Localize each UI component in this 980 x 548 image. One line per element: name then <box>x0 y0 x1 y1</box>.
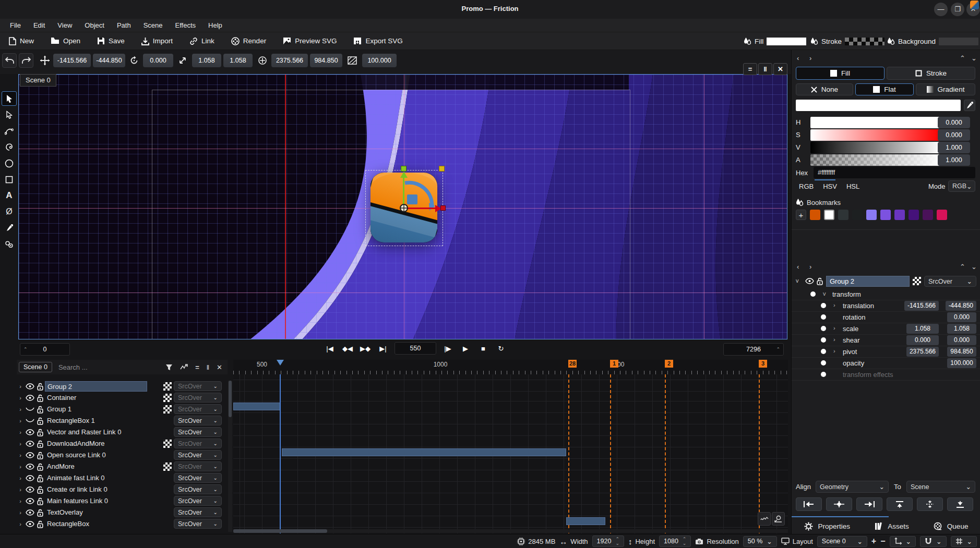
expand-chevron-icon[interactable]: › <box>17 383 24 389</box>
blend-mode-dropdown[interactable]: SrcOver⌄ <box>174 416 222 425</box>
align-hcenter-button[interactable] <box>826 497 852 511</box>
paint-flat-button[interactable]: Flat <box>855 83 914 95</box>
tab-rgb[interactable]: RGB <box>799 182 814 190</box>
graph-icon[interactable] <box>180 364 188 371</box>
bookmark-color-5[interactable] <box>866 210 877 220</box>
toolbar-button-preview-svg[interactable]: Preview SVG <box>278 34 342 47</box>
layer-name[interactable]: RectangleBox <box>45 519 147 529</box>
tool-text[interactable]: A <box>2 188 17 203</box>
toolbar-button-export-svg[interactable]: Export SVG <box>348 34 408 47</box>
toolbar-button-open[interactable]: Open <box>45 34 86 47</box>
keyframe-dot[interactable] <box>810 291 816 297</box>
blend-mode-dropdown[interactable]: SrcOver⌄ <box>924 276 976 287</box>
layer-name[interactable]: Animate fast Link 0 <box>45 473 147 483</box>
resolution-dropdown[interactable]: 50 %⌄ <box>743 536 777 547</box>
duration-bar[interactable] <box>233 403 280 410</box>
property-label[interactable]: translation <box>843 302 874 310</box>
add-bookmark-button[interactable]: + <box>796 210 806 220</box>
timeline-ruler[interactable]: 5001000150028123 <box>233 360 788 374</box>
filter-icon[interactable] <box>165 364 173 371</box>
remove-layout-button[interactable]: − <box>880 537 885 546</box>
keyframe-dot[interactable] <box>821 303 826 308</box>
menu-icon[interactable]: = <box>195 363 199 371</box>
stroke-indicator-swatch[interactable] <box>845 38 885 45</box>
toolbar-button-link[interactable]: Link <box>184 34 220 48</box>
expand-chevron-icon[interactable]: › <box>17 429 24 435</box>
property-label[interactable]: opacity <box>843 359 864 367</box>
layer-name[interactable]: TextOverlay <box>45 507 147 518</box>
expand-chevron-icon[interactable]: › <box>17 521 24 527</box>
bookmark-color-10[interactable] <box>937 210 947 220</box>
bookmark-color-4[interactable] <box>852 210 863 220</box>
blend-mode-dropdown[interactable]: SrcOver⌄ <box>174 519 222 529</box>
scale-handle-top[interactable] <box>401 166 407 172</box>
hex-input[interactable]: #ffffffff <box>814 167 975 178</box>
scale-y-field[interactable]: 1.058 <box>223 54 253 67</box>
blend-mode-dropdown[interactable]: SrcOver⌄ <box>174 404 222 414</box>
value-y[interactable]: 984.850 <box>947 347 976 357</box>
zoom-field[interactable]: 100.000 <box>362 54 397 67</box>
minimize-button[interactable]: — <box>934 3 948 16</box>
value-y[interactable]: 0.000 <box>947 335 976 345</box>
expand-chevron-icon[interactable]: › <box>17 509 24 516</box>
scale-x-field[interactable]: 1.058 <box>192 54 221 67</box>
expand-chevron-icon[interactable]: › <box>833 336 835 343</box>
value-x[interactable]: 2375.566 <box>906 347 939 357</box>
slider-value[interactable]: 1.000 <box>938 142 970 153</box>
layer-name[interactable]: DownloadAndMore <box>45 439 147 449</box>
slider-value[interactable]: 0.000 <box>938 117 970 128</box>
stop-button[interactable]: ■ <box>477 345 489 352</box>
lock-icon[interactable] <box>35 394 45 402</box>
lock-icon[interactable] <box>35 463 45 471</box>
track-grid[interactable] <box>233 374 788 533</box>
keyframe-dot[interactable] <box>821 314 826 320</box>
bookmark-color-3[interactable] <box>838 210 848 220</box>
next-keyframe-button[interactable]: ▶◆ <box>359 345 372 352</box>
menu-effects[interactable]: Effects <box>170 20 202 31</box>
menu-edit[interactable]: Edit <box>28 20 51 31</box>
layer-name[interactable]: Create or link Link 0 <box>45 484 147 495</box>
toolbar-button-render[interactable]: Render <box>226 34 271 48</box>
panel-tab-properties[interactable]: Properties <box>804 522 851 531</box>
property-label[interactable]: scale <box>843 325 858 333</box>
layer-name[interactable]: Group 1 <box>45 404 147 415</box>
canvas-scene-tab[interactable]: Scene 0 <box>20 74 56 87</box>
tree-forward-icon[interactable]: › <box>809 263 811 271</box>
canvas-menu-button[interactable]: = <box>743 63 757 75</box>
tool-null[interactable]: Ø <box>2 204 17 219</box>
value-y[interactable]: 1.058 <box>947 324 976 334</box>
slider-track[interactable] <box>810 129 941 141</box>
timeline-marker[interactable]: 3 <box>759 360 767 368</box>
keyframe-dot[interactable] <box>821 326 826 331</box>
timeline-marker[interactable]: 1 <box>610 360 618 368</box>
keyframe-dot[interactable] <box>821 372 826 377</box>
eye-open-icon[interactable] <box>24 395 35 401</box>
expand-chevron-icon[interactable]: › <box>17 395 24 401</box>
menu-path[interactable]: Path <box>111 20 137 31</box>
slider-track[interactable] <box>810 117 941 128</box>
blend-mode-dropdown[interactable]: SrcOver⌄ <box>174 484 222 494</box>
play-from-start-button[interactable]: |▶ <box>441 345 454 352</box>
tool-circle[interactable] <box>2 156 17 171</box>
search-input[interactable]: Search ... <box>58 363 88 371</box>
align-right-button[interactable] <box>856 497 882 511</box>
align-vcenter-button[interactable] <box>917 497 943 511</box>
expand-chevron-icon[interactable]: v <box>823 290 826 297</box>
prev-keyframe-button[interactable]: ◆◀ <box>341 345 354 352</box>
lock-icon[interactable] <box>35 406 45 413</box>
align-mode-dropdown[interactable]: Geometry⌄ <box>816 481 889 493</box>
add-layout-button[interactable]: + <box>871 537 876 546</box>
align-to-dropdown[interactable]: Scene⌄ <box>906 481 975 493</box>
pivot-x-field[interactable]: 2375.566 <box>271 54 308 67</box>
grid-dropdown[interactable]: ⌄ <box>951 536 977 547</box>
tab-hsl[interactable]: HSL <box>846 182 859 190</box>
layer-name[interactable]: Main features Link 0 <box>45 496 147 506</box>
eye-open-icon[interactable] <box>24 429 35 435</box>
loop-button[interactable]: ↻ <box>495 345 507 352</box>
graph-mode-button[interactable] <box>758 512 771 526</box>
eye-open-icon[interactable] <box>24 509 35 516</box>
fill-indicator[interactable]: Fill <box>744 32 806 50</box>
keyframe-dot[interactable] <box>821 337 826 343</box>
toolbar-button-import[interactable]: Import <box>136 34 178 48</box>
frame-zoom-button[interactable] <box>772 512 785 526</box>
